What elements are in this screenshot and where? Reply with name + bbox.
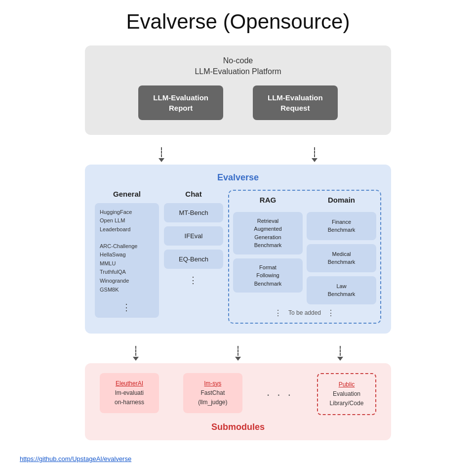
nocode-title: No-codeLLM-Evaluation Platform — [195, 55, 281, 78]
general-column: General HuggingFaceOpen LLMLeaderboard A… — [95, 190, 159, 324]
evalverse-columns: General HuggingFaceOpen LLMLeaderboard A… — [95, 190, 381, 324]
arrow-row-top — [85, 145, 391, 165]
submodule-arrow-right — [337, 346, 343, 361]
eleutherai-link[interactable]: EleutherAI — [116, 380, 143, 387]
rag-items: RetrievalAugmentedGenerationBenchmark Fo… — [233, 212, 303, 293]
rag-item-format: FormatFollowingBenchmark — [233, 258, 303, 293]
general-header: General — [95, 190, 159, 198]
public-link[interactable]: Public — [339, 381, 355, 388]
rag-col: RetrievalAugmentedGenerationBenchmark Fo… — [233, 212, 303, 304]
domain-col: FinanceBenchmark MedicalBenchmark LawBen… — [307, 212, 376, 304]
rag-domain-headers: RAG Domain — [233, 196, 376, 209]
submodules-box: EleutherAI lm-evaluation-harness lm-sys … — [85, 363, 391, 441]
chat-item-mtbench: MT-Bench — [164, 203, 223, 222]
submodule-dots: · · · — [267, 387, 293, 401]
main-title: Evalverse (Opensource) — [126, 10, 350, 34]
chat-dots: ⋮ — [164, 273, 223, 288]
lmsys-link[interactable]: lm-sys — [204, 380, 222, 387]
evalverse-box: Evalverse General HuggingFaceOpen LLMLea… — [85, 165, 391, 334]
general-dots: ⋮ — [100, 302, 154, 313]
chat-item-ifeval: IFEval — [164, 226, 223, 246]
general-group2: ARC-ChallengeHellaSwagMMLUTruthfulQAWino… — [100, 242, 154, 295]
llm-eval-request-button[interactable]: LLM-EvaluationRequest — [253, 85, 338, 120]
submodules-row: EleutherAI lm-evaluation-harness lm-sys … — [100, 373, 376, 416]
rag-bottom-dots-right: ⋮ — [327, 308, 335, 318]
rag-domain-wrapper: RAG Domain RetrievalAugmentedGenerationB… — [228, 190, 381, 324]
chat-column: Chat MT-Bench IFEval EQ-Bench ⋮ — [164, 190, 223, 324]
submodule-arrow-center — [235, 346, 241, 361]
github-link[interactable]: https://github.com/UpstageAI/evalverse — [20, 455, 131, 463]
domain-item-finance: FinanceBenchmark — [307, 212, 376, 240]
domain-item-medical: MedicalBenchmark — [307, 244, 376, 272]
submodules-label: Submodules — [100, 422, 376, 432]
submodule-eleutherai: EleutherAI lm-evaluation-harness — [100, 373, 159, 414]
chat-inner: MT-Bench IFEval EQ-Bench ⋮ — [164, 203, 223, 288]
submodule-arrow-left — [133, 346, 139, 361]
arrow-left — [159, 147, 164, 162]
rag-domain-cols: RetrievalAugmentedGenerationBenchmark Fo… — [233, 212, 376, 304]
rag-domain-bottom: ⋮ To be added ⋮ — [233, 308, 376, 318]
to-be-added-label: To be added — [288, 309, 321, 316]
domain-items: FinanceBenchmark MedicalBenchmark LawBen… — [307, 212, 376, 304]
llm-eval-report-button[interactable]: LLM-EvaluationReport — [138, 85, 223, 120]
chat-item-eqbench: EQ-Bench — [164, 250, 223, 269]
submodule-public: Public EvaluationLibrary/Code — [317, 373, 376, 416]
submodule-arrows — [85, 343, 391, 363]
evalverse-title: Evalverse — [95, 172, 381, 183]
submodule-lmsys: lm-sys FastChat(llm_judge) — [183, 373, 242, 414]
nocode-platform-box: No-codeLLM-Evaluation Platform LLM-Evalu… — [85, 45, 391, 135]
general-inner: HuggingFaceOpen LLMLeaderboard ARC-Chall… — [95, 203, 159, 318]
arrow-right — [312, 147, 317, 162]
rag-item-retrieval: RetrievalAugmentedGenerationBenchmark — [233, 212, 303, 254]
rag-bottom-dots-left: ⋮ — [274, 308, 282, 318]
domain-item-law: LawBenchmark — [307, 276, 376, 304]
rag-header: RAG — [233, 196, 303, 204]
domain-header: Domain — [307, 196, 376, 204]
chat-header: Chat — [164, 190, 223, 198]
general-group1: HuggingFaceOpen LLMLeaderboard — [100, 208, 154, 234]
nocode-buttons: LLM-EvaluationReport LLM-EvaluationReque… — [138, 85, 337, 120]
